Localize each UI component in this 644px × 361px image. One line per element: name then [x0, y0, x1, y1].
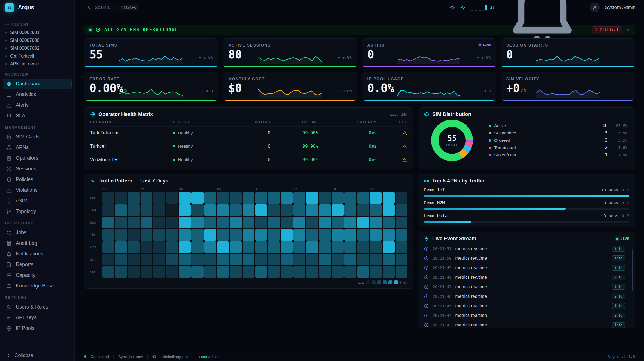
- recent-item-op-turkcell[interactable]: Op: Turkcell: [0, 52, 74, 60]
- heatmap-cell[interactable]: [357, 192, 369, 204]
- heatmap-cell[interactable]: [370, 229, 382, 241]
- heatmap-cell[interactable]: [141, 241, 152, 253]
- sidebar-item-sla[interactable]: SLA: [3, 111, 72, 121]
- heatmap-cell[interactable]: [115, 254, 127, 265]
- heatmap-cell[interactable]: [179, 204, 191, 216]
- sidebar-item-policies[interactable]: Policies: [3, 174, 72, 185]
- critical-count-badge[interactable]: 1 Critical: [592, 26, 622, 33]
- apn-row-demo-data[interactable]: Demo Data 3 sess 0 B: [424, 213, 629, 223]
- heatmap-cell[interactable]: [396, 254, 407, 265]
- heatmap-cell[interactable]: [319, 229, 331, 241]
- heatmap-cell[interactable]: [383, 229, 394, 241]
- heatmap-cell[interactable]: [319, 266, 331, 278]
- activity-icon[interactable]: [460, 5, 466, 10]
- heatmap-cell[interactable]: [396, 192, 407, 204]
- recent-item-sim-00002601[interactable]: SIM 00002601: [0, 29, 74, 36]
- sidebar-item-operators[interactable]: Operators: [3, 153, 72, 163]
- heatmap-cell[interactable]: [166, 254, 178, 265]
- heatmap-cell[interactable]: [191, 229, 203, 241]
- heatmap-cell[interactable]: [217, 192, 229, 204]
- heatmap-cell[interactable]: [153, 254, 165, 265]
- heatmap-cell[interactable]: [153, 217, 165, 228]
- heatmap-cell[interactable]: [243, 229, 254, 241]
- heatmap-cell[interactable]: [230, 204, 241, 216]
- apn-row-demo-m2m[interactable]: Demo M2M 9 sess 0 B: [424, 200, 629, 210]
- heatmap-cell[interactable]: [141, 229, 152, 241]
- heatmap-cell[interactable]: [306, 241, 318, 253]
- heatmap-cell[interactable]: [332, 254, 344, 265]
- heatmap-cell[interactable]: [306, 204, 318, 216]
- heatmap-cell[interactable]: [243, 217, 254, 228]
- heatmap-cell[interactable]: [293, 229, 305, 241]
- heatmap-cell[interactable]: [344, 217, 356, 228]
- heatmap-cell[interactable]: [268, 217, 280, 228]
- sidebar-item-jobs[interactable]: Jobs: [3, 227, 72, 238]
- event-row[interactable]: 20:21:47 metrics realtime info: [424, 282, 629, 292]
- heatmap-cell[interactable]: [281, 204, 293, 216]
- event-row[interactable]: 20:21:46 metrics realtime info: [424, 292, 629, 301]
- heatmap-cell[interactable]: [306, 217, 318, 228]
- heatmap-cell[interactable]: [396, 217, 407, 228]
- heatmap-cell[interactable]: [383, 266, 394, 278]
- event-list-scrollbar[interactable]: [632, 249, 633, 291]
- heatmap-cell[interactable]: [357, 241, 369, 253]
- event-row[interactable]: 20:21:43 metrics realtime info: [424, 320, 629, 328]
- heatmap-cell[interactable]: [293, 192, 305, 204]
- heatmap-cell[interactable]: [357, 217, 369, 228]
- heatmap-cell[interactable]: [268, 241, 280, 253]
- heatmap-cell[interactable]: [115, 229, 127, 241]
- heatmap-cell[interactable]: [230, 241, 241, 253]
- heatmap-cell[interactable]: [230, 254, 241, 265]
- legend-row-stolen-lost[interactable]: Stolen/Lost 1 1.8%: [489, 152, 627, 157]
- kpi-card-session-start-s[interactable]: SESSION START/S 0: [501, 38, 635, 67]
- heatmap-cell[interactable]: [281, 192, 293, 204]
- event-row[interactable]: 20:21:44 metrics realtime info: [424, 311, 629, 320]
- heatmap-cell[interactable]: [357, 254, 369, 265]
- heatmap-cell[interactable]: [179, 266, 191, 278]
- heatmap-cell[interactable]: [141, 217, 152, 228]
- heatmap-cell[interactable]: [268, 229, 280, 241]
- heatmap-cell[interactable]: [115, 192, 127, 204]
- heatmap-cell[interactable]: [191, 254, 203, 265]
- sidebar-item-alerts[interactable]: Alerts: [3, 100, 72, 110]
- matrix-row-turk-telekom[interactable]: Turk Telekom Healthy 0 99.90% 0ms: [90, 127, 407, 140]
- heatmap-cell[interactable]: [128, 266, 140, 278]
- heatmap-cell[interactable]: [255, 229, 267, 241]
- heatmap-cell[interactable]: [191, 241, 203, 253]
- heatmap-cell[interactable]: [268, 192, 280, 204]
- heatmap-cell[interactable]: [306, 254, 318, 265]
- heatmap-cell[interactable]: [332, 229, 344, 241]
- heatmap-cell[interactable]: [153, 192, 165, 204]
- sidebar-item-capacity[interactable]: Capacity: [3, 270, 72, 280]
- heatmap-cell[interactable]: [243, 254, 254, 265]
- heatmap-cell[interactable]: [344, 204, 356, 216]
- kpi-card-ip-pool-usage[interactable]: IP POOL USAGE 0.0% − 0.0: [362, 72, 496, 101]
- search-box[interactable]: Ctrl+K: [84, 3, 137, 12]
- heatmap-cell[interactable]: [191, 217, 203, 228]
- heatmap-cell[interactable]: [396, 229, 407, 241]
- heatmap-cell[interactable]: [153, 204, 165, 216]
- user-avatar[interactable]: [590, 3, 600, 12]
- heatmap-cell[interactable]: [396, 204, 407, 216]
- heatmap-cell[interactable]: [102, 192, 114, 204]
- heatmap-cell[interactable]: [370, 254, 382, 265]
- heatmap-cell[interactable]: [166, 229, 178, 241]
- heatmap-cell[interactable]: [344, 192, 356, 204]
- heatmap-cell[interactable]: [243, 241, 254, 253]
- heatmap-cell[interactable]: [102, 254, 114, 265]
- heatmap-cell[interactable]: [217, 217, 229, 228]
- legend-row-ordered[interactable]: Ordered 3 5.5%: [489, 138, 627, 143]
- sidebar-item-ip-pools[interactable]: IP Pools: [3, 323, 72, 333]
- legend-row-terminated[interactable]: Terminated 2 3.6%: [489, 145, 627, 150]
- heatmap-cell[interactable]: [128, 229, 140, 241]
- heatmap-cell[interactable]: [255, 266, 267, 278]
- heatmap-cell[interactable]: [255, 204, 267, 216]
- recent-item-apn-iot-demo[interactable]: APN: iot.demo: [0, 60, 74, 68]
- heatmap-cell[interactable]: [281, 229, 293, 241]
- recent-item-sim-00007002[interactable]: SIM 00007002: [0, 44, 74, 52]
- heatmap-cell[interactable]: [344, 266, 356, 278]
- username[interactable]: System Admin: [605, 5, 636, 10]
- heatmap-cell[interactable]: [243, 204, 254, 216]
- event-row[interactable]: 20:21:48 metrics realtime info: [424, 273, 629, 282]
- event-row[interactable]: 20:21:49 metrics realtime info: [424, 263, 629, 273]
